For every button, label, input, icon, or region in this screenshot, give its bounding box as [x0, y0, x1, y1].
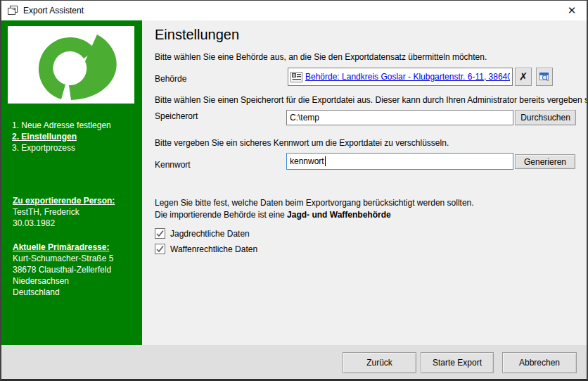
text-caret	[325, 156, 326, 166]
authority-type: Jagd- und Waffenbehörde	[287, 210, 391, 220]
step-exportprozess[interactable]: 3. Exportprozess	[12, 142, 111, 154]
waffenrechtliche-checkbox[interactable]	[155, 244, 165, 254]
preview-behoerde-button[interactable]	[536, 68, 553, 86]
kennwort-label: Kennwort	[155, 160, 191, 170]
jagdrechtliche-checkbox[interactable]	[155, 228, 165, 239]
authority-line-prefix: Die importierende Behörde ist eine	[155, 210, 287, 220]
clear-x-icon: ✗	[519, 70, 528, 83]
speicherort-instruction: Bitte wählen Sie einen Speicherort für d…	[155, 95, 588, 105]
starte-export-button[interactable]: Starte Export	[421, 352, 494, 373]
generieren-button[interactable]: Generieren	[515, 154, 575, 169]
checkmark-icon	[156, 230, 164, 237]
person-name: TestTH, Frederick	[13, 206, 115, 218]
address-state: Niedersachsen	[13, 275, 113, 287]
window-magnifier-icon	[539, 71, 550, 82]
export-person-block: Zu exportierende Person: TestTH, Frederi…	[13, 195, 115, 229]
speicherort-label: Speicherort	[155, 111, 198, 121]
importing-authority-line: Die importierende Behörde ist eine Jagd-…	[155, 210, 391, 220]
address-street: Kurt-Schumacher-Straße 5	[13, 253, 113, 264]
checkmark-icon	[156, 245, 164, 253]
zurueck-button[interactable]: Zurück	[343, 352, 416, 373]
speicherort-input[interactable]	[290, 113, 510, 123]
primary-address-block: Aktuelle Primäradresse: Kurt-Schumacher-…	[13, 242, 113, 298]
settings-panel: Einstellungen Bitte wählen Sie eine Behö…	[142, 20, 587, 345]
data-selection-instruction: Legen Sie bitte fest, welche Daten beim …	[155, 198, 474, 208]
wizard-sidebar: 1. Neue Adresse festlegen 2. Einstellung…	[1, 20, 142, 345]
address-country: Deutschland	[13, 287, 113, 298]
step-einstellungen[interactable]: 2. Einstellungen	[12, 131, 111, 142]
title-bar: Export Assistent ✕	[1, 1, 587, 20]
person-heading: Zu exportierende Person:	[13, 195, 115, 206]
footer-bar: Zurück Starte Export Abbrechen	[1, 345, 587, 380]
kennwort-instruction: Bitte vergeben Sie ein sicheres Kennwort…	[155, 138, 449, 148]
behoerde-record-link[interactable]: Behörde: Landkreis Goslar - Klubgartenst…	[305, 72, 510, 82]
address-city: 38678 Clausthal-Zellerfeld	[13, 264, 113, 275]
abbrechen-button[interactable]: Abbrechen	[502, 352, 577, 373]
jagdrechtliche-daten-row[interactable]: Jagdrechtliche Daten	[155, 228, 250, 239]
wizard-steps: 1. Neue Adresse festlegen 2. Einstellung…	[12, 120, 111, 154]
address-heading: Aktuelle Primäradresse:	[13, 242, 113, 253]
close-button[interactable]: ✕	[563, 2, 581, 19]
waffenrechtliche-daten-row[interactable]: Waffenrechtliche Daten	[155, 244, 257, 254]
record-card-icon	[290, 72, 302, 82]
step-neue-adresse[interactable]: 1. Neue Adresse festlegen	[12, 120, 111, 131]
jagdrechtliche-label: Jagdrechtliche Daten	[170, 229, 250, 239]
behoerde-field[interactable]: Behörde: Landkreis Goslar - Klubgartenst…	[288, 68, 513, 86]
clear-behoerde-button[interactable]: ✗	[515, 68, 532, 86]
durchsuchen-button[interactable]: Durchsuchen	[515, 110, 576, 125]
export-form-icon	[7, 5, 18, 16]
behoerde-label: Behörde	[155, 74, 186, 84]
kennwort-value: kennwort	[290, 156, 324, 166]
app-logo	[8, 26, 134, 104]
page-title: Einstellungen	[155, 27, 239, 43]
person-birthdate: 30.03.1982	[13, 218, 115, 229]
kennwort-field[interactable]: kennwort	[286, 153, 513, 170]
window-title: Export Assistent	[23, 6, 84, 15]
export-assistent-window: Export Assistent ✕ 1. Neue Adresse festl…	[0, 0, 588, 381]
logo-ring-icon	[8, 26, 134, 104]
speicherort-field[interactable]	[286, 110, 513, 125]
waffenrechtliche-label: Waffenrechtliche Daten	[170, 244, 257, 254]
behoerde-instruction: Bitte wählen Sie eine Behörde aus, an di…	[155, 52, 487, 62]
